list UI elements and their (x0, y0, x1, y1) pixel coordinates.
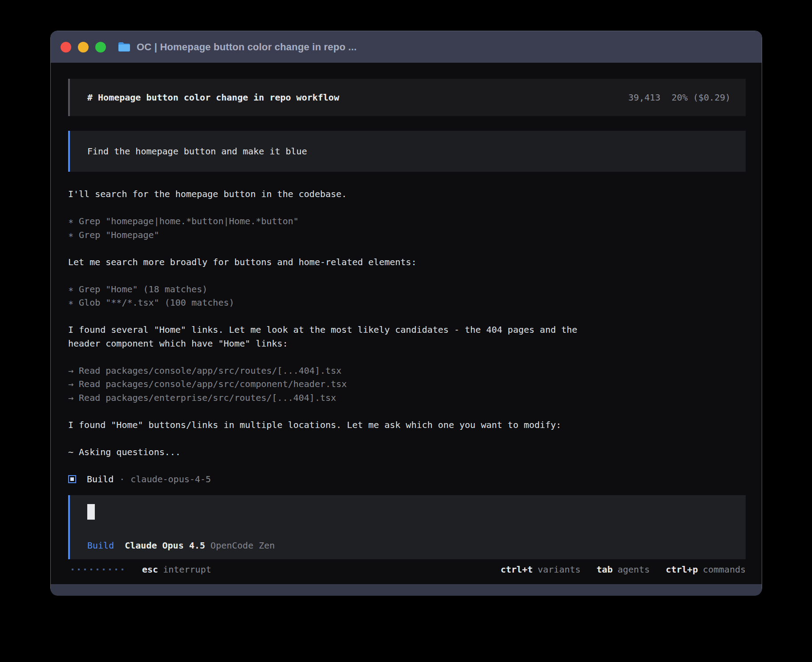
window-title: OC | Homepage button color change in rep… (137, 41, 357, 53)
shortcut-label: commands (703, 563, 746, 577)
spinner-dot (109, 569, 111, 570)
agent-model: claude-opus-4-5 (130, 472, 211, 486)
titlebar: OC | Homepage button color change in rep… (51, 31, 762, 63)
agent-mode: Build (87, 472, 114, 486)
shortcut-hints: ctrl+t variants tab agents ctrl+p comman… (500, 563, 746, 577)
text-cursor (87, 504, 95, 520)
terminal-window: OC | Homepage button color change in rep… (50, 31, 762, 595)
assistant-text-line: header component which have "Home" links… (68, 337, 746, 351)
status-bar: esc interrupt ctrl+t variants tab agents… (68, 563, 746, 576)
prompt-input-area[interactable]: Build Claude Opus 4.5 OpenCode Zen (68, 495, 746, 559)
assistant-response: I'll search for the homepage button in t… (68, 187, 746, 486)
blank-line (68, 201, 746, 215)
tool-call-line: → Read packages/console/app/src/componen… (68, 377, 746, 391)
shortcut-key: tab (597, 563, 613, 577)
tool-call-line: ∗ Grep "Homepage" (68, 228, 746, 242)
spinner-dot (72, 569, 73, 570)
blank-line (68, 242, 746, 255)
input-model-label: Claude Opus 4.5 (125, 539, 205, 553)
folder-icon (118, 41, 131, 52)
user-message: Find the homepage button and make it blu… (68, 131, 746, 172)
esc-key-action: interrupt (163, 563, 211, 577)
shortcut-label: variants (538, 563, 581, 577)
spinner-dot (97, 569, 98, 570)
input-meta-row: Build Claude Opus 4.5 OpenCode Zen (87, 539, 746, 553)
blank-line (68, 269, 746, 283)
user-message-text: Find the homepage button and make it blu… (87, 145, 307, 158)
input-mode-label: Build (87, 539, 114, 553)
tool-call-line: → Read packages/console/app/src/routes/[… (68, 364, 746, 378)
spinner-dots (72, 569, 123, 570)
blank-line (68, 404, 746, 418)
zoom-button[interactable] (95, 42, 106, 52)
blank-line (68, 310, 746, 323)
shortcut-commands: ctrl+p commands (666, 563, 746, 577)
spinner-dot (84, 569, 86, 570)
traffic-lights (61, 42, 106, 52)
agent-status-row: Build · claude-opus-4-5 (68, 472, 746, 486)
assistant-text-line: I found several "Home" links. Let me loo… (68, 323, 746, 337)
token-count: 39,413 (628, 91, 660, 105)
spinner-dot (122, 569, 123, 570)
assistant-text-line: Let me search more broadly for buttons a… (68, 255, 746, 269)
assistant-text-line: I'll search for the homepage button in t… (68, 187, 746, 201)
session-stats: 39,413 20% ($0.29) (628, 91, 731, 105)
input-provider-label: OpenCode Zen (211, 539, 275, 553)
terminal-content: # Homepage button color change in repo w… (51, 63, 762, 584)
tool-call-line: → Read packages/enterprise/src/routes/[.… (68, 391, 746, 405)
blank-line (68, 432, 746, 445)
assistant-text-line: I found "Home" buttons/links in multiple… (68, 418, 746, 432)
shortcut-agents: tab agents (597, 563, 650, 577)
session-header: # Homepage button color change in repo w… (68, 79, 746, 116)
dot-separator: · (119, 472, 125, 486)
tool-call-line: ∗ Grep "homepage|home.*button|Home.*butt… (68, 214, 746, 228)
minimize-button[interactable] (78, 42, 89, 52)
shortcut-label: agents (617, 563, 650, 577)
close-button[interactable] (61, 42, 71, 52)
shortcut-key: ctrl+t (500, 563, 532, 577)
spinner-dot (90, 569, 92, 570)
session-title: # Homepage button color change in repo w… (87, 91, 339, 105)
context-cost: 20% ($0.29) (672, 91, 731, 105)
shortcut-variants: ctrl+t variants (500, 563, 581, 577)
window-bottom-edge (51, 584, 762, 596)
spinner-dot (78, 569, 80, 570)
blank-line (68, 350, 746, 364)
tool-call-line: ∗ Grep "Home" (18 matches) (68, 283, 746, 296)
blank-line (68, 459, 746, 472)
build-mode-icon (68, 475, 76, 483)
spinner-dot (115, 569, 117, 570)
assistant-text-line: ~ Asking questions... (68, 445, 746, 459)
esc-key-hint: esc (142, 563, 158, 577)
spinner-dot (103, 569, 105, 570)
shortcut-key: ctrl+p (666, 563, 698, 577)
tool-call-line: ∗ Glob "**/*.tsx" (100 matches) (68, 296, 746, 310)
